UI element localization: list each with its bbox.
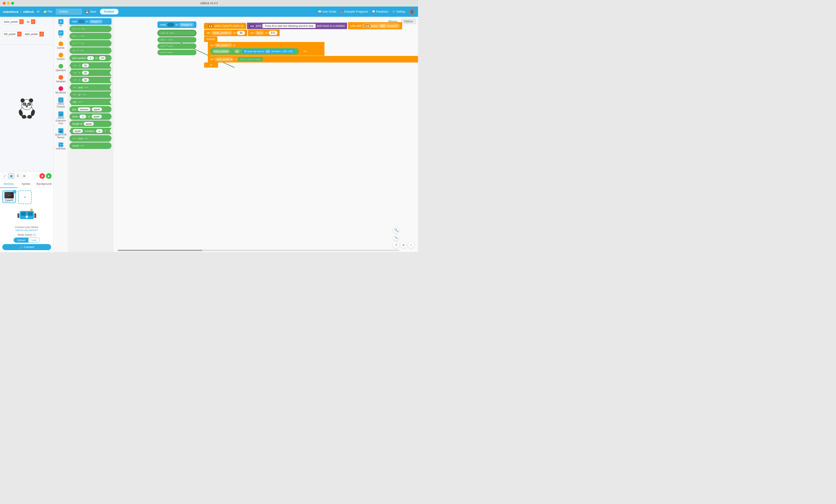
- cat-iot[interactable]: IoT IoT: [54, 29, 68, 40]
- string-blocks: join banana apple letter 1 of apple leng…: [70, 106, 112, 134]
- canvas-div-block[interactable]: /: [157, 50, 196, 55]
- block-divide[interactable]: /: [70, 47, 112, 54]
- base-power-value[interactable]: 30: [237, 31, 245, 35]
- settings-button[interactable]: ⚙: [400, 242, 407, 248]
- kp-times-sensor[interactable]: kp * ⊞ quad rgb sensor 1 ▾ deviatio: [232, 49, 297, 54]
- close-button[interactable]: [3, 2, 5, 5]
- cat-events[interactable]: Events: [54, 40, 68, 51]
- canvas-scrollbar[interactable]: [118, 250, 399, 251]
- go-button[interactable]: ▶: [46, 173, 52, 179]
- add-device-button[interactable]: +: [18, 191, 32, 204]
- svg-point-13: [22, 115, 26, 119]
- tab-sprites[interactable]: Sprites: [17, 180, 35, 188]
- canvas-read-block[interactable]: read in integer ▾: [157, 21, 196, 28]
- quad-sensor-block[interactable]: ⊞ quad rgb sensor 1 ▾ deviation (-100~10…: [242, 49, 295, 53]
- button-condition[interactable]: ■ ▮ button B ▾ pressed?: [362, 23, 400, 28]
- file-menu[interactable]: 📁 File: [41, 9, 54, 14]
- cat-operators[interactable]: Operators: [54, 62, 68, 73]
- tile-view-btn[interactable]: ⊞: [21, 173, 27, 179]
- block-pick-random[interactable]: pick random 1 to 10: [70, 55, 112, 61]
- kp-value[interactable]: 0.5: [269, 31, 277, 35]
- info-icon: ⓘ: [33, 233, 36, 236]
- equals-button[interactable]: =: [408, 242, 414, 248]
- event-block-starts[interactable]: ■ ▮ when CyberPi starts up: [204, 23, 246, 29]
- variable-kp[interactable]: kp 0: [25, 19, 35, 24]
- publish-button[interactable]: Publish: [100, 9, 118, 15]
- cat-mbot2-ext[interactable]: 🔌 mBot2 Extension Port: [54, 110, 68, 127]
- cat-ai[interactable]: AI AI: [54, 18, 68, 28]
- cat-extension[interactable]: + extension: [54, 141, 68, 152]
- save-button[interactable]: 💾 Save: [83, 9, 98, 14]
- setting-link[interactable]: ⚙️ Setting: [392, 10, 405, 13]
- right-power-expr[interactable]: + +: [238, 57, 263, 61]
- cat-quad-rgb[interactable]: 📷 Quad RGB Sensor: [54, 127, 68, 140]
- code-toggle-btn[interactable]: </>: [301, 49, 308, 54]
- block-and[interactable]: and: [70, 84, 112, 91]
- robot-area: ⚙: [0, 206, 53, 224]
- expand-view-btn[interactable]: ⤢: [2, 173, 7, 179]
- canvas-add-block[interactable]: +: [157, 30, 196, 36]
- cat-my-blocks[interactable]: My Blocks: [54, 85, 68, 96]
- print-text-value[interactable]: Press B to start line following and A to…: [262, 24, 316, 28]
- block-length-of[interactable]: length of apple: [70, 120, 112, 127]
- block-less[interactable]: < 50: [70, 70, 112, 76]
- maximize-button[interactable]: [11, 2, 14, 5]
- block-equal[interactable]: = 50: [70, 77, 112, 83]
- list-view-btn[interactable]: ☰: [15, 173, 20, 179]
- avatar[interactable]: 👤: [408, 8, 415, 15]
- minimize-button[interactable]: [7, 2, 10, 5]
- tab-devices[interactable]: Devices: [0, 180, 17, 188]
- device-cyberpi[interactable]: ✕ ▪▪▪ CyberPi: [2, 191, 16, 203]
- zoom-in-button[interactable]: 🔍: [393, 227, 399, 233]
- block-subtract[interactable]: -: [70, 33, 112, 39]
- variable-left-power[interactable]: left_power 0: [2, 32, 22, 37]
- brand-text: mBlock: [23, 10, 34, 14]
- block-add[interactable]: +: [70, 26, 112, 32]
- set-base-power-block[interactable]: set base_power ▾ to 30: [204, 30, 247, 36]
- live-mode-btn[interactable]: Live: [28, 238, 40, 243]
- zoom-out-button[interactable]: 🔍: [393, 234, 399, 241]
- integer-dropdown[interactable]: integer ▾: [89, 20, 103, 23]
- how-to-link[interactable]: How to use device?: [16, 229, 38, 232]
- block-contains[interactable]: apple contains a ?: [70, 128, 112, 134]
- upload-mode-btn[interactable]: Upload: [14, 238, 28, 243]
- variable-base-power[interactable]: base_power 0: [2, 19, 24, 24]
- block-multiply[interactable]: *: [70, 40, 112, 46]
- device-image: ▪▪▪: [4, 192, 14, 198]
- block-or[interactable]: or: [70, 91, 112, 98]
- feedback-link[interactable]: 💬 Feedback: [372, 10, 388, 13]
- mode-buttons: Upload Live: [14, 237, 40, 243]
- zoom-controls: 🔍 🔍 ↺ ⚙ =: [393, 227, 414, 248]
- variable-right-power[interactable]: right_power 0: [23, 32, 44, 37]
- forever-header[interactable]: forever: [204, 36, 217, 42]
- device-close-btn[interactable]: ✕: [13, 190, 16, 193]
- toggle-switch[interactable]: [78, 20, 85, 23]
- block-letter-of[interactable]: letter 1 of apple: [70, 113, 112, 120]
- set-right-power-block[interactable]: set right_power ▾ to + +: [208, 56, 418, 62]
- stop-button[interactable]: ■: [39, 173, 45, 179]
- example-programs-link[interactable]: 📚 Example Programs: [340, 10, 368, 13]
- canvas-sub-block[interactable]: -: [157, 37, 196, 43]
- set-left-power-block[interactable]: set left_power ▾ to base_power - kp: [208, 42, 324, 56]
- tab-background[interactable]: Background: [35, 180, 53, 188]
- block-read[interactable]: read in integer ▾: [70, 18, 112, 25]
- set-kp-block[interactable]: set kp ▾ to 0.5: [248, 30, 280, 36]
- print-block[interactable]: ■ ▮ print Press B to start line followin…: [247, 23, 347, 29]
- block-not[interactable]: not: [70, 99, 112, 105]
- wait-block[interactable]: wait until ■ ▮ button B ▾ pressed?: [348, 22, 402, 30]
- block-mod[interactable]: mod: [70, 135, 112, 142]
- grid-view-btn[interactable]: ▦: [8, 173, 14, 179]
- cat-mbot2-chassis[interactable]: 🤖 mBot2 Chassis: [54, 96, 68, 110]
- reset-view-button[interactable]: ↺: [393, 242, 399, 248]
- user-guide-link[interactable]: 📖 User Guide: [318, 10, 336, 13]
- left-power-expr[interactable]: base_power - kp * ⊞ quad rgb sensor 1: [210, 48, 299, 55]
- block-join[interactable]: join banana apple: [70, 106, 112, 113]
- project-title-input[interactable]: [56, 9, 82, 15]
- connect-button[interactable]: 🔗 Connect: [2, 244, 51, 250]
- block-round[interactable]: round: [70, 142, 112, 149]
- dropdown-arrow: ▾: [99, 20, 101, 23]
- cat-variables[interactable]: Variables: [54, 74, 68, 84]
- block-greater[interactable]: > 50: [70, 62, 112, 69]
- canvas-mul-block[interactable]: *: [157, 43, 196, 49]
- cat-control[interactable]: Control: [54, 51, 68, 62]
